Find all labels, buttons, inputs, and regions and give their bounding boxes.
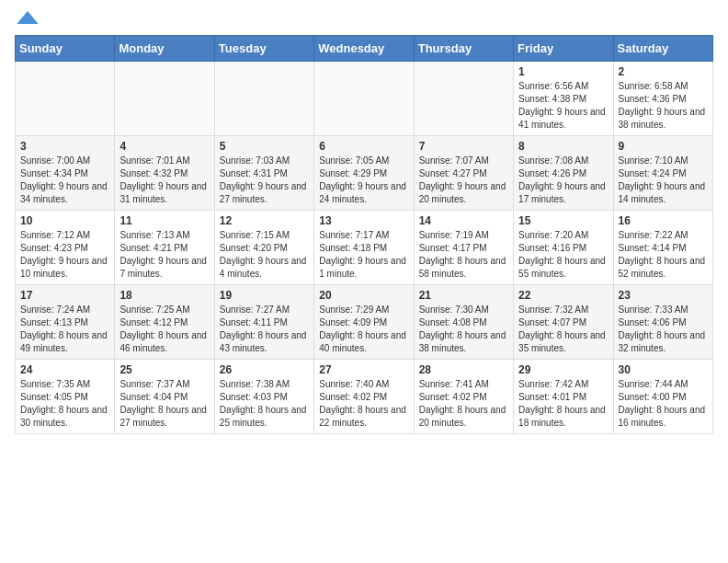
- calendar-cell: 16Sunrise: 7:22 AM Sunset: 4:14 PM Dayli…: [613, 211, 712, 285]
- day-number: 25: [119, 363, 209, 376]
- calendar-cell: 6Sunrise: 7:05 AM Sunset: 4:29 PM Daylig…: [314, 136, 414, 211]
- calendar-cell: 28Sunrise: 7:41 AM Sunset: 4:02 PM Dayli…: [414, 360, 513, 434]
- calendar-cell: 26Sunrise: 7:38 AM Sunset: 4:03 PM Dayli…: [214, 360, 313, 434]
- day-number: 22: [518, 289, 608, 302]
- calendar-cell: [115, 62, 214, 136]
- calendar-cell: 13Sunrise: 7:17 AM Sunset: 4:18 PM Dayli…: [314, 211, 414, 285]
- day-number: 30: [619, 363, 708, 376]
- day-info: Sunrise: 7:40 AM Sunset: 4:02 PM Dayligh…: [319, 378, 408, 430]
- day-info: Sunrise: 7:01 AM Sunset: 4:32 PM Dayligh…: [119, 155, 209, 206]
- calendar-cell: 8Sunrise: 7:08 AM Sunset: 4:26 PM Daylig…: [514, 136, 613, 211]
- calendar-cell: 19Sunrise: 7:27 AM Sunset: 4:11 PM Dayli…: [214, 285, 313, 360]
- day-number: 7: [419, 140, 508, 153]
- day-number: 21: [419, 289, 508, 302]
- day-of-week-header: Saturday: [613, 36, 712, 62]
- day-info: Sunrise: 7:35 AM Sunset: 4:05 PM Dayligh…: [20, 378, 109, 430]
- logo: [15, 15, 39, 24]
- day-of-week-header: Sunday: [16, 36, 115, 62]
- day-number: 17: [20, 289, 109, 302]
- calendar-table: SundayMondayTuesdayWednesdayThursdayFrid…: [15, 35, 713, 434]
- day-number: 8: [518, 140, 608, 153]
- day-number: 9: [619, 140, 708, 153]
- day-of-week-header: Tuesday: [214, 36, 313, 62]
- day-info: Sunrise: 7:27 AM Sunset: 4:11 PM Dayligh…: [220, 304, 309, 355]
- calendar-cell: 30Sunrise: 7:44 AM Sunset: 4:00 PM Dayli…: [613, 360, 712, 434]
- day-number: 27: [319, 363, 408, 376]
- day-info: Sunrise: 7:32 AM Sunset: 4:07 PM Dayligh…: [518, 304, 608, 355]
- day-info: Sunrise: 7:12 AM Sunset: 4:23 PM Dayligh…: [20, 229, 109, 281]
- calendar-cell: 1Sunrise: 6:56 AM Sunset: 4:38 PM Daylig…: [514, 62, 613, 136]
- day-info: Sunrise: 7:05 AM Sunset: 4:29 PM Dayligh…: [319, 155, 408, 206]
- day-number: 10: [20, 214, 109, 227]
- day-number: 15: [518, 214, 608, 227]
- calendar-cell: [414, 62, 513, 136]
- day-number: 29: [518, 363, 608, 376]
- day-of-week-header: Wednesday: [314, 36, 414, 62]
- svg-marker-0: [17, 11, 38, 24]
- calendar-week-row: 24Sunrise: 7:35 AM Sunset: 4:05 PM Dayli…: [16, 360, 713, 434]
- calendar-cell: 4Sunrise: 7:01 AM Sunset: 4:32 PM Daylig…: [115, 136, 214, 211]
- calendar-cell: 24Sunrise: 7:35 AM Sunset: 4:05 PM Dayli…: [16, 360, 115, 434]
- calendar-cell: [314, 62, 414, 136]
- calendar-cell: 2Sunrise: 6:58 AM Sunset: 4:36 PM Daylig…: [613, 62, 712, 136]
- day-info: Sunrise: 7:30 AM Sunset: 4:08 PM Dayligh…: [419, 304, 508, 355]
- day-info: Sunrise: 7:13 AM Sunset: 4:21 PM Dayligh…: [119, 229, 209, 281]
- day-info: Sunrise: 7:17 AM Sunset: 4:18 PM Dayligh…: [319, 229, 408, 281]
- day-info: Sunrise: 7:41 AM Sunset: 4:02 PM Dayligh…: [419, 378, 508, 430]
- day-number: 18: [119, 289, 209, 302]
- calendar-cell: 22Sunrise: 7:32 AM Sunset: 4:07 PM Dayli…: [514, 285, 613, 360]
- day-info: Sunrise: 7:22 AM Sunset: 4:14 PM Dayligh…: [619, 229, 708, 281]
- day-info: Sunrise: 7:10 AM Sunset: 4:24 PM Dayligh…: [619, 155, 708, 206]
- day-number: 19: [220, 289, 309, 302]
- day-info: Sunrise: 7:44 AM Sunset: 4:00 PM Dayligh…: [619, 378, 708, 430]
- day-info: Sunrise: 7:24 AM Sunset: 4:13 PM Dayligh…: [20, 304, 109, 355]
- calendar-cell: 27Sunrise: 7:40 AM Sunset: 4:02 PM Dayli…: [314, 360, 414, 434]
- calendar-cell: 17Sunrise: 7:24 AM Sunset: 4:13 PM Dayli…: [16, 285, 115, 360]
- calendar-cell: 10Sunrise: 7:12 AM Sunset: 4:23 PM Dayli…: [16, 211, 115, 285]
- calendar-week-row: 1Sunrise: 6:56 AM Sunset: 4:38 PM Daylig…: [16, 62, 713, 136]
- calendar-cell: 23Sunrise: 7:33 AM Sunset: 4:06 PM Dayli…: [613, 285, 712, 360]
- day-of-week-header: Friday: [514, 36, 613, 62]
- page-header: [15, 15, 713, 24]
- calendar-week-row: 10Sunrise: 7:12 AM Sunset: 4:23 PM Dayli…: [16, 211, 713, 285]
- day-info: Sunrise: 6:56 AM Sunset: 4:38 PM Dayligh…: [518, 80, 608, 132]
- calendar-week-row: 17Sunrise: 7:24 AM Sunset: 4:13 PM Dayli…: [16, 285, 713, 360]
- day-number: 3: [20, 140, 109, 153]
- calendar-cell: 29Sunrise: 7:42 AM Sunset: 4:01 PM Dayli…: [514, 360, 613, 434]
- day-info: Sunrise: 7:15 AM Sunset: 4:20 PM Dayligh…: [220, 229, 309, 281]
- day-info: Sunrise: 7:07 AM Sunset: 4:27 PM Dayligh…: [419, 155, 508, 206]
- day-number: 12: [220, 214, 309, 227]
- day-number: 11: [119, 214, 209, 227]
- calendar-cell: [214, 62, 313, 136]
- day-info: Sunrise: 7:25 AM Sunset: 4:12 PM Dayligh…: [119, 304, 209, 355]
- day-number: 28: [419, 363, 508, 376]
- calendar-header-row: SundayMondayTuesdayWednesdayThursdayFrid…: [16, 36, 713, 62]
- day-info: Sunrise: 7:19 AM Sunset: 4:17 PM Dayligh…: [419, 229, 508, 281]
- day-number: 2: [619, 65, 708, 78]
- day-number: 24: [20, 363, 109, 376]
- calendar-cell: 12Sunrise: 7:15 AM Sunset: 4:20 PM Dayli…: [214, 211, 313, 285]
- calendar-cell: 11Sunrise: 7:13 AM Sunset: 4:21 PM Dayli…: [115, 211, 214, 285]
- day-of-week-header: Monday: [115, 36, 214, 62]
- day-info: Sunrise: 7:20 AM Sunset: 4:16 PM Dayligh…: [518, 229, 608, 281]
- day-info: Sunrise: 7:08 AM Sunset: 4:26 PM Dayligh…: [518, 155, 608, 206]
- calendar-cell: 15Sunrise: 7:20 AM Sunset: 4:16 PM Dayli…: [514, 211, 613, 285]
- day-number: 16: [619, 214, 708, 227]
- calendar-cell: 7Sunrise: 7:07 AM Sunset: 4:27 PM Daylig…: [414, 136, 513, 211]
- day-info: Sunrise: 7:29 AM Sunset: 4:09 PM Dayligh…: [319, 304, 408, 355]
- day-number: 6: [319, 140, 408, 153]
- calendar-cell: 20Sunrise: 7:29 AM Sunset: 4:09 PM Dayli…: [314, 285, 414, 360]
- day-info: Sunrise: 7:33 AM Sunset: 4:06 PM Dayligh…: [619, 304, 708, 355]
- calendar-cell: 5Sunrise: 7:03 AM Sunset: 4:31 PM Daylig…: [214, 136, 313, 211]
- day-info: Sunrise: 7:42 AM Sunset: 4:01 PM Dayligh…: [518, 378, 608, 430]
- calendar-cell: 14Sunrise: 7:19 AM Sunset: 4:17 PM Dayli…: [414, 211, 513, 285]
- calendar-cell: 25Sunrise: 7:37 AM Sunset: 4:04 PM Dayli…: [115, 360, 214, 434]
- day-number: 23: [619, 289, 708, 302]
- day-info: Sunrise: 7:37 AM Sunset: 4:04 PM Dayligh…: [119, 378, 209, 430]
- calendar-cell: 21Sunrise: 7:30 AM Sunset: 4:08 PM Dayli…: [414, 285, 513, 360]
- calendar-cell: 9Sunrise: 7:10 AM Sunset: 4:24 PM Daylig…: [613, 136, 712, 211]
- calendar-cell: 18Sunrise: 7:25 AM Sunset: 4:12 PM Dayli…: [115, 285, 214, 360]
- day-number: 20: [319, 289, 408, 302]
- day-number: 26: [220, 363, 309, 376]
- day-info: Sunrise: 7:38 AM Sunset: 4:03 PM Dayligh…: [220, 378, 309, 430]
